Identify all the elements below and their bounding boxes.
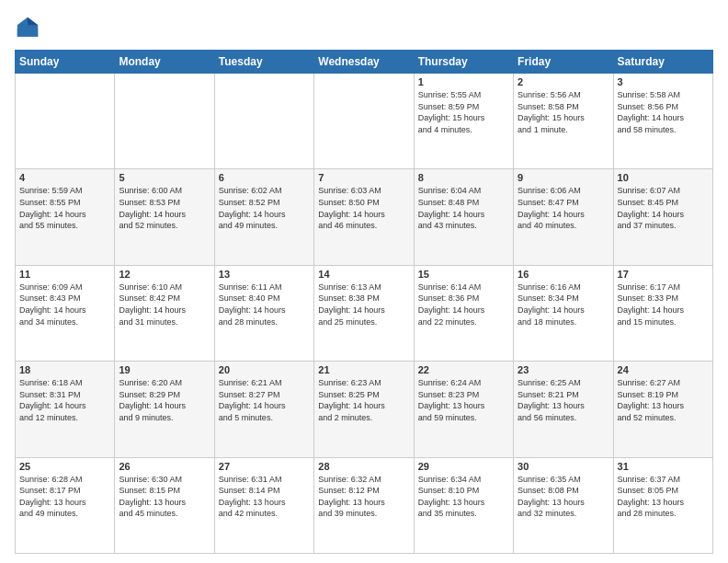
weekday-header-sunday: Sunday xyxy=(16,51,115,74)
weekday-header-wednesday: Wednesday xyxy=(314,51,414,74)
logo xyxy=(15,15,44,40)
day-number: 8 xyxy=(418,172,509,183)
calendar-week-5: 25Sunrise: 6:28 AM Sunset: 8:17 PM Dayli… xyxy=(16,457,713,553)
day-number: 1 xyxy=(418,76,509,87)
weekday-header-friday: Friday xyxy=(514,51,613,74)
day-info: Sunrise: 5:55 AM Sunset: 8:59 PM Dayligh… xyxy=(418,89,509,135)
day-number: 12 xyxy=(119,269,210,280)
day-info: Sunrise: 6:24 AM Sunset: 8:23 PM Dayligh… xyxy=(418,377,509,423)
calendar-cell xyxy=(115,74,214,169)
day-info: Sunrise: 6:10 AM Sunset: 8:42 PM Dayligh… xyxy=(119,282,210,327)
day-info: Sunrise: 6:06 AM Sunset: 8:47 PM Dayligh… xyxy=(518,185,609,231)
day-info: Sunrise: 6:13 AM Sunset: 8:38 PM Dayligh… xyxy=(318,282,409,327)
calendar-cell: 16Sunrise: 6:16 AM Sunset: 8:34 PM Dayli… xyxy=(514,265,613,361)
calendar-cell: 30Sunrise: 6:35 AM Sunset: 8:08 PM Dayli… xyxy=(514,457,613,553)
day-info: Sunrise: 5:56 AM Sunset: 8:58 PM Dayligh… xyxy=(518,89,609,135)
calendar-cell: 10Sunrise: 6:07 AM Sunset: 8:45 PM Dayli… xyxy=(613,169,712,265)
calendar-cell: 12Sunrise: 6:10 AM Sunset: 8:42 PM Dayli… xyxy=(115,265,214,361)
day-number: 16 xyxy=(518,269,609,280)
calendar-cell: 20Sunrise: 6:21 AM Sunset: 8:27 PM Dayli… xyxy=(214,362,313,457)
calendar-cell: 28Sunrise: 6:32 AM Sunset: 8:12 PM Dayli… xyxy=(314,457,414,553)
weekday-header-tuesday: Tuesday xyxy=(214,51,313,74)
day-info: Sunrise: 6:18 AM Sunset: 8:31 PM Dayligh… xyxy=(19,377,110,423)
day-number: 17 xyxy=(618,269,709,280)
day-number: 7 xyxy=(318,172,409,183)
calendar-cell: 6Sunrise: 6:02 AM Sunset: 8:52 PM Daylig… xyxy=(214,169,313,265)
day-number: 10 xyxy=(618,172,709,183)
day-info: Sunrise: 6:32 AM Sunset: 8:12 PM Dayligh… xyxy=(318,474,409,520)
day-number: 24 xyxy=(618,364,709,375)
day-number: 5 xyxy=(119,172,210,183)
day-number: 9 xyxy=(518,172,609,183)
calendar-cell xyxy=(214,74,313,169)
calendar-cell: 2Sunrise: 5:56 AM Sunset: 8:58 PM Daylig… xyxy=(514,74,613,169)
day-info: Sunrise: 6:20 AM Sunset: 8:29 PM Dayligh… xyxy=(119,377,210,423)
calendar-cell: 7Sunrise: 6:03 AM Sunset: 8:50 PM Daylig… xyxy=(314,169,414,265)
calendar-cell: 4Sunrise: 5:59 AM Sunset: 8:55 PM Daylig… xyxy=(16,169,115,265)
calendar-cell: 19Sunrise: 6:20 AM Sunset: 8:29 PM Dayli… xyxy=(115,362,214,457)
calendar-cell: 18Sunrise: 6:18 AM Sunset: 8:31 PM Dayli… xyxy=(16,362,115,457)
calendar-cell: 29Sunrise: 6:34 AM Sunset: 8:10 PM Dayli… xyxy=(414,457,513,553)
day-number: 3 xyxy=(618,76,709,87)
calendar-cell: 31Sunrise: 6:37 AM Sunset: 8:05 PM Dayli… xyxy=(613,457,712,553)
day-info: Sunrise: 6:17 AM Sunset: 8:33 PM Dayligh… xyxy=(618,282,709,327)
day-info: Sunrise: 6:37 AM Sunset: 8:05 PM Dayligh… xyxy=(618,474,709,520)
calendar-cell: 26Sunrise: 6:30 AM Sunset: 8:15 PM Dayli… xyxy=(115,457,214,553)
calendar-cell: 14Sunrise: 6:13 AM Sunset: 8:38 PM Dayli… xyxy=(314,265,414,361)
day-info: Sunrise: 5:58 AM Sunset: 8:56 PM Dayligh… xyxy=(618,89,709,135)
svg-rect-2 xyxy=(17,29,38,36)
calendar-cell: 8Sunrise: 6:04 AM Sunset: 8:48 PM Daylig… xyxy=(414,169,513,265)
day-number: 31 xyxy=(618,461,709,472)
day-info: Sunrise: 6:34 AM Sunset: 8:10 PM Dayligh… xyxy=(418,474,509,520)
day-number: 20 xyxy=(219,364,310,375)
weekday-header-monday: Monday xyxy=(115,51,214,74)
day-info: Sunrise: 6:16 AM Sunset: 8:34 PM Dayligh… xyxy=(518,282,609,327)
day-number: 21 xyxy=(318,364,409,375)
calendar-cell: 9Sunrise: 6:06 AM Sunset: 8:47 PM Daylig… xyxy=(514,169,613,265)
day-info: Sunrise: 6:09 AM Sunset: 8:43 PM Dayligh… xyxy=(19,282,110,327)
day-info: Sunrise: 6:30 AM Sunset: 8:15 PM Dayligh… xyxy=(119,474,210,520)
calendar-cell: 11Sunrise: 6:09 AM Sunset: 8:43 PM Dayli… xyxy=(16,265,115,361)
day-number: 14 xyxy=(318,269,409,280)
day-info: Sunrise: 6:27 AM Sunset: 8:19 PM Dayligh… xyxy=(618,377,709,423)
day-info: Sunrise: 6:14 AM Sunset: 8:36 PM Dayligh… xyxy=(418,282,509,327)
calendar-cell xyxy=(314,74,414,169)
day-number: 29 xyxy=(418,461,509,472)
page-header xyxy=(15,15,713,40)
svg-marker-1 xyxy=(28,17,38,25)
day-info: Sunrise: 5:59 AM Sunset: 8:55 PM Dayligh… xyxy=(19,185,110,231)
day-number: 30 xyxy=(518,461,609,472)
calendar-cell: 5Sunrise: 6:00 AM Sunset: 8:53 PM Daylig… xyxy=(115,169,214,265)
calendar-cell: 23Sunrise: 6:25 AM Sunset: 8:21 PM Dayli… xyxy=(514,362,613,457)
calendar-cell: 15Sunrise: 6:14 AM Sunset: 8:36 PM Dayli… xyxy=(414,265,513,361)
day-info: Sunrise: 6:07 AM Sunset: 8:45 PM Dayligh… xyxy=(618,185,709,231)
day-info: Sunrise: 6:00 AM Sunset: 8:53 PM Dayligh… xyxy=(119,185,210,231)
day-number: 11 xyxy=(19,269,110,280)
day-number: 18 xyxy=(19,364,110,375)
day-number: 4 xyxy=(19,172,110,183)
day-number: 27 xyxy=(219,461,310,472)
day-info: Sunrise: 6:25 AM Sunset: 8:21 PM Dayligh… xyxy=(518,377,609,423)
day-info: Sunrise: 6:23 AM Sunset: 8:25 PM Dayligh… xyxy=(318,377,409,423)
calendar-cell: 1Sunrise: 5:55 AM Sunset: 8:59 PM Daylig… xyxy=(414,74,513,169)
day-number: 6 xyxy=(219,172,310,183)
day-info: Sunrise: 6:04 AM Sunset: 8:48 PM Dayligh… xyxy=(418,185,509,231)
calendar-cell xyxy=(16,74,115,169)
calendar-cell: 17Sunrise: 6:17 AM Sunset: 8:33 PM Dayli… xyxy=(613,265,712,361)
calendar-table: SundayMondayTuesdayWednesdayThursdayFrid… xyxy=(15,50,713,554)
calendar-week-2: 4Sunrise: 5:59 AM Sunset: 8:55 PM Daylig… xyxy=(16,169,713,265)
calendar-cell: 24Sunrise: 6:27 AM Sunset: 8:19 PM Dayli… xyxy=(613,362,712,457)
calendar-cell: 27Sunrise: 6:31 AM Sunset: 8:14 PM Dayli… xyxy=(214,457,313,553)
day-info: Sunrise: 6:31 AM Sunset: 8:14 PM Dayligh… xyxy=(219,474,310,520)
day-number: 23 xyxy=(518,364,609,375)
weekday-header-saturday: Saturday xyxy=(613,51,712,74)
day-info: Sunrise: 6:11 AM Sunset: 8:40 PM Dayligh… xyxy=(219,282,310,327)
calendar-cell: 25Sunrise: 6:28 AM Sunset: 8:17 PM Dayli… xyxy=(16,457,115,553)
calendar-cell: 21Sunrise: 6:23 AM Sunset: 8:25 PM Dayli… xyxy=(314,362,414,457)
day-number: 26 xyxy=(119,461,210,472)
day-number: 28 xyxy=(318,461,409,472)
day-number: 13 xyxy=(219,269,310,280)
day-number: 19 xyxy=(119,364,210,375)
logo-icon xyxy=(15,15,40,40)
day-info: Sunrise: 6:03 AM Sunset: 8:50 PM Dayligh… xyxy=(318,185,409,231)
